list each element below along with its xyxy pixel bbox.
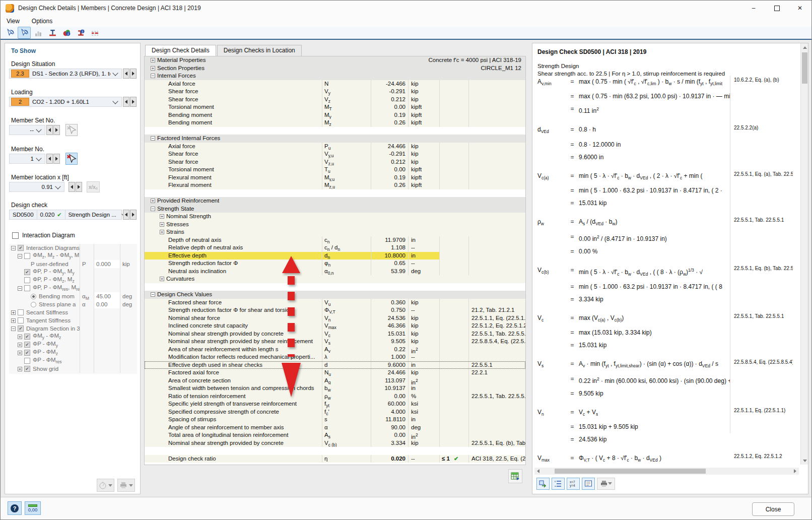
design-situation-prev-button[interactable] — [123, 69, 129, 79]
expander-icon[interactable]: + — [18, 367, 22, 371]
table-row[interactable]: Axial forceN-24.466kip — [145, 80, 525, 88]
table-subsection-row[interactable]: +Stresses — [145, 221, 525, 229]
table-section-row[interactable]: −Design Check Values — [145, 291, 525, 299]
pick-check-location-active-button[interactable] — [18, 27, 31, 39]
expander-icon[interactable]: + — [160, 230, 164, 234]
scroll-right-button[interactable] — [792, 468, 799, 475]
tree-value[interactable]: 0.00 — [94, 300, 120, 308]
table-row[interactable]: Effective depthdn10.8000in — [145, 252, 525, 260]
table-row[interactable]: Area of concrete sectionAg113.097in2 — [145, 377, 525, 385]
minimize-button[interactable]: – — [742, 1, 765, 16]
expander-icon[interactable]: + — [18, 335, 22, 339]
loading-next-button[interactable] — [130, 97, 137, 107]
loading-select[interactable]: 2 CO2 - 1.20D + 1.60L1 — [9, 97, 122, 107]
tree-row[interactable]: −✔Interaction Diagrams — [9, 244, 137, 252]
member-set-prev-button[interactable] — [46, 125, 53, 135]
maximize-button[interactable] — [765, 1, 788, 16]
tree-value[interactable]: 0.000 — [94, 260, 120, 268]
design-check-prev-button[interactable] — [123, 210, 129, 220]
vertical-scrollbar[interactable] — [800, 43, 808, 465]
interaction-diagram-checkbox-row[interactable]: Interaction Diagram — [12, 232, 75, 239]
table-row[interactable]: Shear forceVy-0.291kip — [145, 88, 525, 96]
checkbox-icon[interactable] — [24, 285, 30, 291]
section-cut-button[interactable] — [88, 27, 101, 39]
expander-icon[interactable]: − — [18, 254, 22, 258]
member-info-button[interactable]: i — [60, 27, 73, 39]
checkbox-icon[interactable]: ✔ — [24, 350, 30, 356]
expander-icon[interactable]: + — [11, 318, 16, 323]
loading-prev-button[interactable] — [123, 97, 129, 107]
result-diagram-button[interactable] — [32, 27, 45, 39]
expander-icon[interactable]: − — [151, 74, 155, 78]
design-situation-next-button[interactable] — [130, 69, 137, 79]
decimal-places-button[interactable]: 0,00 — [25, 501, 41, 515]
numbered-list-button[interactable] — [552, 478, 565, 490]
tree-row[interactable]: +✔ΦMy - ΦMz — [9, 333, 137, 341]
checkbox-icon[interactable] — [12, 232, 19, 239]
tree-value[interactable]: 45.00 — [94, 292, 120, 300]
expander-icon[interactable]: − — [151, 136, 155, 141]
table-row[interactable]: Ratio of tension reinforcementρw0.00%22.… — [145, 393, 525, 401]
scroll-down-button[interactable] — [801, 457, 808, 465]
member-location-prev-button[interactable] — [69, 182, 75, 192]
table-row[interactable]: Nominal shear strength provided by concr… — [145, 330, 525, 338]
tree-row[interactable]: ΦP - ΦMres — [9, 357, 137, 365]
expander-icon[interactable]: − — [11, 246, 16, 250]
checkbox-icon[interactable] — [24, 253, 30, 259]
table-row[interactable]: Flexural momentMz,u0.26kipft — [145, 181, 525, 189]
pick-check-location-button[interactable] — [4, 27, 17, 39]
table-subsection-row[interactable]: +Curvatures — [145, 275, 525, 283]
section-info-button[interactable]: i — [74, 27, 87, 39]
table-row[interactable]: Angle of shear reinforcement to member a… — [145, 424, 525, 432]
table-row[interactable]: Torsional momentMT0.00kipft — [145, 103, 525, 111]
close-window-button[interactable]: ✕ — [788, 1, 811, 16]
table-row[interactable]: Bending momentMz0.26kipft — [145, 119, 525, 127]
tab-design-checks-in-location[interactable]: Design Checks in Location — [217, 45, 302, 56]
table-row[interactable]: Strength reduction factor Φ for shear an… — [145, 306, 525, 314]
expander-icon[interactable]: + — [11, 310, 16, 315]
table-row[interactable]: Relative depth of neutral axiscn / dn1.1… — [145, 244, 525, 252]
checkbox-icon[interactable] — [18, 317, 24, 323]
table-row[interactable]: Nominal shear strength provided by concr… — [145, 439, 525, 447]
table-row[interactable]: Modification factor reflects reduced mec… — [145, 353, 525, 361]
member-no-select[interactable]: 1 — [9, 154, 45, 164]
print-formula-button[interactable] — [597, 478, 615, 490]
scroll-left-button[interactable] — [534, 468, 542, 475]
tree-row[interactable]: +✔ΦP - ΦMy — [9, 341, 137, 349]
tree-row[interactable]: +Tangent Stiffness — [9, 316, 137, 324]
excel-export-button[interactable] — [508, 469, 522, 483]
design-situation-select[interactable]: 2.3 DS1 - Section 2.3 (LRFD), 1. to 5. — [9, 69, 122, 79]
tree-row[interactable]: −ΦP, P - ΦMres, Mre — [9, 284, 137, 292]
design-check-next-button[interactable] — [130, 210, 137, 220]
table-section-row[interactable]: +Material PropertiesConcrete f'c = 4000 … — [145, 56, 525, 64]
member-no-next-button[interactable] — [53, 154, 60, 164]
checkbox-icon[interactable]: ✔ — [24, 269, 30, 275]
checkbox-icon[interactable]: ✔ — [18, 326, 24, 332]
expander-icon[interactable]: + — [151, 58, 155, 62]
checkbox-icon[interactable]: ✔ — [24, 366, 30, 372]
member-no-prev-button[interactable] — [46, 154, 53, 164]
table-row[interactable]: Specified compressive strength of concre… — [145, 408, 525, 416]
vertical-scroll-thumb[interactable] — [802, 52, 807, 84]
table-section-row[interactable]: −Strength State — [145, 205, 525, 213]
design-check-select[interactable]: SD0500 0.020✔ Strength Design ... — [9, 210, 122, 220]
tree-row[interactable]: −✔Diagram Section in 3 — [9, 324, 137, 333]
tree-row[interactable]: ΦP, P - ΦMz, Mz — [9, 276, 137, 284]
table-row[interactable]: Strength reduction factor Φφn0.65-- — [145, 259, 525, 268]
table-row[interactable]: Shear forceVz0.212kip — [145, 96, 525, 104]
export-formula-button[interactable] — [536, 478, 550, 490]
menu-options[interactable]: Options — [26, 16, 58, 26]
expander-icon[interactable]: − — [151, 207, 155, 211]
table-section-row[interactable]: −Factored Internal Forces — [145, 135, 525, 143]
tree-row[interactable]: ✔ΦP, P - ΦMy, My — [9, 268, 137, 276]
table-row[interactable]: Depth of neutral axiscn11.9709in — [145, 236, 525, 244]
table-section-row[interactable]: −Internal Forces — [145, 72, 525, 80]
tree-row[interactable]: +✔ΦP - ΦMz — [9, 349, 137, 357]
close-button[interactable]: Close — [752, 502, 794, 516]
expander-icon[interactable]: + — [151, 199, 155, 203]
tab-design-check-details[interactable]: Design Check Details — [145, 45, 216, 56]
member-location-next-button[interactable] — [76, 182, 82, 192]
relative-location-toggle[interactable]: x/x₀ — [87, 181, 100, 192]
table-row[interactable]: Shear forceVy,u-0.291kip — [145, 150, 525, 158]
expander-icon[interactable]: + — [160, 214, 164, 219]
